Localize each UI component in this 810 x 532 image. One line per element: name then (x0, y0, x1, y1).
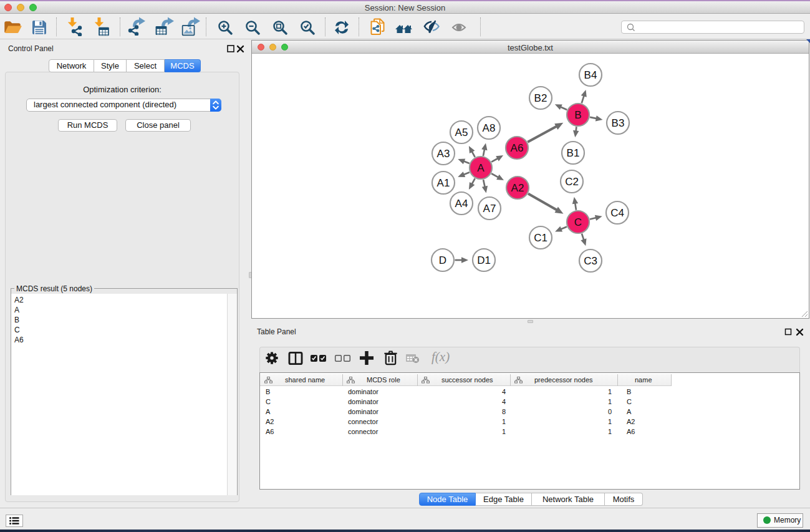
svg-text:A8: A8 (483, 122, 496, 134)
svg-text:C3: C3 (584, 255, 597, 267)
svg-text:A: A (477, 162, 485, 174)
svg-text:f(x): f(x) (432, 351, 450, 364)
svg-text:B2: B2 (534, 92, 547, 104)
svg-text:D: D (439, 254, 446, 266)
svg-text:B3: B3 (612, 117, 625, 129)
svg-text:C2: C2 (565, 176, 579, 188)
svg-text:C4: C4 (610, 207, 624, 219)
svg-text:B: B (574, 109, 581, 121)
svg-text:A2: A2 (511, 182, 524, 194)
svg-text:C1: C1 (534, 232, 547, 244)
svg-text:A7: A7 (483, 203, 496, 215)
svg-text:A3: A3 (437, 148, 450, 160)
svg-text:C: C (574, 216, 582, 228)
svg-text:A5: A5 (455, 127, 468, 138)
svg-text:D1: D1 (477, 254, 491, 266)
svg-text:A1: A1 (437, 177, 450, 189)
svg-text:A6: A6 (511, 142, 524, 154)
svg-text:A4: A4 (455, 198, 468, 210)
svg-text:B4: B4 (584, 69, 597, 81)
svg-text:B1: B1 (567, 147, 580, 159)
